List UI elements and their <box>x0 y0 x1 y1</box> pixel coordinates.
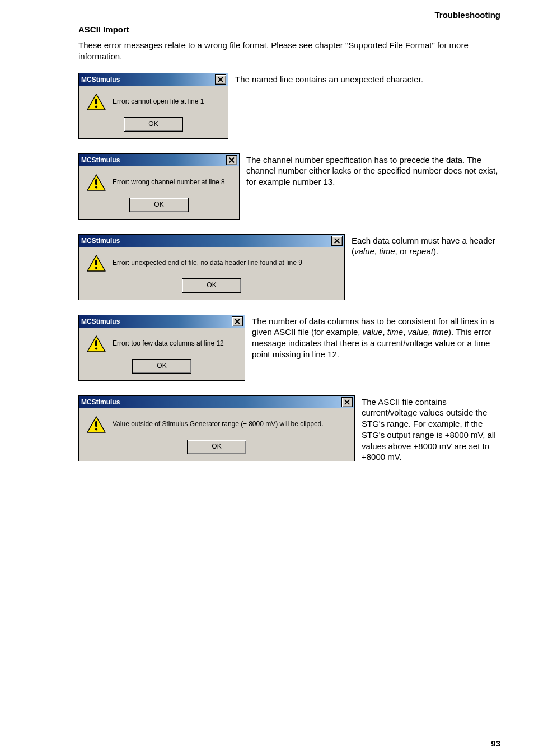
dialog-title: MCStimulus <box>81 76 120 83</box>
ok-button[interactable]: OK <box>187 440 246 454</box>
dialog-message: Error: wrong channel number at line 8 <box>113 178 225 186</box>
explanation-3: Each data column must have a header (val… <box>352 234 500 258</box>
explanation-4: The number of data columns has to be con… <box>252 315 500 360</box>
dialog-message: Error: unexpected end of file, no data h… <box>113 259 302 267</box>
close-button[interactable] <box>331 236 343 246</box>
explanation-2: The channel number specification has to … <box>246 153 500 188</box>
dialog-title: MCStimulus <box>81 318 120 325</box>
page-header-section: Troubleshooting <box>78 10 500 20</box>
explanation-5: The ASCII file contains current/voltage … <box>362 395 500 463</box>
close-button[interactable] <box>226 155 237 165</box>
close-button[interactable] <box>215 74 226 85</box>
dialog-titlebar: MCStimulus <box>79 396 354 408</box>
error-row-3: MCStimulus Error: unexpected end of file… <box>78 234 500 300</box>
dialog-title: MCStimulus <box>81 237 120 245</box>
close-button[interactable] <box>341 397 353 407</box>
intro-paragraph: These error messages relate to a wrong f… <box>78 40 500 63</box>
dialog-cannot-open-file: MCStimulus Error: cannot open file at li… <box>78 73 228 139</box>
ok-button[interactable]: OK <box>129 198 189 212</box>
error-row-4: MCStimulus Error: too few data columns a… <box>78 315 500 381</box>
dialog-too-few-columns: MCStimulus Error: too few data columns a… <box>78 315 245 381</box>
dialog-no-data-header: MCStimulus Error: unexpected end of file… <box>78 234 345 300</box>
dialog-titlebar: MCStimulus <box>79 73 228 86</box>
page-number: 93 <box>491 739 500 748</box>
dialog-message: Error: too few data columns at line 12 <box>113 339 224 347</box>
warning-icon <box>87 416 106 433</box>
close-icon <box>229 157 235 163</box>
dialog-value-clipped: MCStimulus Value outside of Stimulus Gen… <box>78 395 355 461</box>
error-row-2: MCStimulus Error: wrong channel number a… <box>78 153 500 220</box>
close-icon <box>344 399 350 405</box>
warning-icon <box>87 94 106 110</box>
error-row-5: MCStimulus Value outside of Stimulus Gen… <box>78 395 500 463</box>
warning-icon <box>87 335 106 352</box>
dialog-wrong-channel: MCStimulus Error: wrong channel number a… <box>78 153 240 220</box>
error-row-1: MCStimulus Error: cannot open file at li… <box>78 73 500 139</box>
ok-button[interactable]: OK <box>132 359 191 374</box>
ok-button[interactable]: OK <box>124 117 183 132</box>
warning-icon <box>87 255 106 272</box>
dialog-titlebar: MCStimulus <box>79 154 239 166</box>
dialog-titlebar: MCStimulus <box>79 235 344 247</box>
dialog-message: Error: cannot open file at line 1 <box>113 97 204 105</box>
header-divider <box>78 21 500 21</box>
close-icon <box>235 319 240 324</box>
dialog-title: MCStimulus <box>81 156 120 164</box>
close-icon <box>218 77 223 82</box>
close-icon <box>334 238 340 244</box>
dialog-message: Value outside of Stimulus Generator rang… <box>113 420 324 428</box>
warning-icon <box>87 174 106 191</box>
subheading-ascii-import: ASCII Import <box>78 25 500 34</box>
dialog-title: MCStimulus <box>81 398 120 406</box>
close-button[interactable] <box>232 316 243 326</box>
dialog-titlebar: MCStimulus <box>79 315 245 328</box>
explanation-1: The named line contains an unexpected ch… <box>235 73 500 85</box>
ok-button[interactable]: OK <box>182 278 241 293</box>
